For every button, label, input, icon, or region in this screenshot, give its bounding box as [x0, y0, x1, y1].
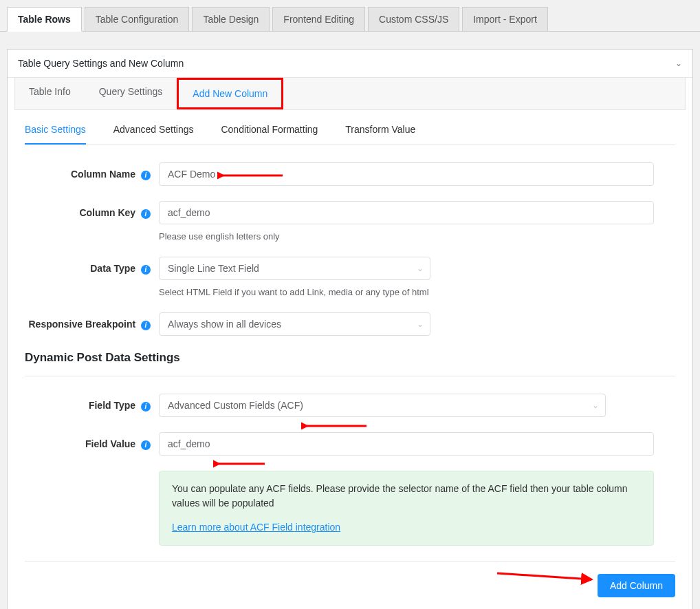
- label-responsive: Responsive Breakpoint i: [25, 312, 159, 330]
- row-field-value: Field Value i: [25, 432, 675, 456]
- chevron-down-icon: ⌄: [417, 264, 424, 273]
- control-wrap: Always show in all devices ⌄: [159, 312, 675, 336]
- tab-content: Basic Settings Advanced Settings Conditi…: [8, 110, 692, 609]
- tab-frontend-editing[interactable]: Frontend Editing: [272, 7, 365, 31]
- control-wrap: [159, 162, 675, 186]
- tab-custom-css-js[interactable]: Custom CSS/JS: [368, 7, 459, 31]
- column-key-input[interactable]: [159, 201, 654, 224]
- label-text: Field Value: [85, 438, 135, 449]
- label-text: Column Name: [71, 169, 135, 180]
- subtab-basic-settings[interactable]: Basic Settings: [25, 124, 86, 145]
- tab-table-configuration[interactable]: Table Configuration: [85, 7, 190, 31]
- label-text: Data Type: [90, 263, 135, 274]
- subtabs: Basic Settings Advanced Settings Conditi…: [25, 124, 675, 145]
- info-text: You can populate any ACF fields. Please …: [172, 483, 628, 509]
- label-text: Field Type: [89, 400, 135, 411]
- panel-header[interactable]: Table Query Settings and New Column ⌄: [8, 50, 692, 78]
- row-column-name: Column Name i: [25, 162, 675, 186]
- row-responsive-breakpoint: Responsive Breakpoint i Always show in a…: [25, 312, 675, 336]
- info-icon[interactable]: i: [141, 171, 151, 180]
- label-column-name: Column Name i: [25, 162, 159, 180]
- help-text: Select HTML Field if you want to add Lin…: [159, 287, 675, 297]
- select-display: Advanced Custom Fields (ACF): [159, 394, 606, 417]
- tab-table-design[interactable]: Table Design: [192, 7, 270, 31]
- help-text: Please use english letters only: [159, 231, 675, 242]
- chevron-down-icon: ⌄: [417, 319, 424, 329]
- inner-tabs: Table Info Query Settings Add New Column: [14, 78, 686, 110]
- dynamic-section-title: Dynamic Post Data Settings: [25, 351, 675, 370]
- tab-table-rows[interactable]: Table Rows: [7, 7, 82, 32]
- label-data-type: Data Type i: [25, 257, 159, 275]
- label-field-type: Field Type i: [25, 394, 159, 412]
- label-text: Responsive Breakpoint: [29, 319, 136, 330]
- app-root: Table Rows Table Configuration Table Des…: [0, 0, 700, 609]
- label-field-value: Field Value i: [25, 432, 159, 450]
- row-field-type: Field Type i Advanced Custom Fields (ACF…: [25, 394, 675, 417]
- info-icon[interactable]: i: [141, 265, 151, 275]
- acf-info-box: You can populate any ACF fields. Please …: [159, 471, 654, 546]
- column-name-input[interactable]: [159, 162, 654, 186]
- top-tabs: Table Rows Table Configuration Table Des…: [0, 0, 700, 32]
- control-wrap: [159, 432, 675, 456]
- control-wrap: You can populate any ACF fields. Please …: [159, 471, 675, 546]
- info-icon[interactable]: i: [141, 321, 151, 330]
- control-wrap: Advanced Custom Fields (ACF) ⌄: [159, 394, 675, 417]
- learn-more-link[interactable]: Learn more about ACF Field integration: [172, 520, 340, 535]
- tab-table-info[interactable]: Table Info: [15, 78, 85, 109]
- row-info-box: You can populate any ACF fields. Please …: [25, 471, 675, 546]
- label-text: Column Key: [79, 207, 135, 218]
- settings-panel: Table Query Settings and New Column ⌄ Ta…: [7, 49, 693, 609]
- info-icon[interactable]: i: [141, 209, 151, 219]
- control-wrap: Single Line Text Field ⌄ Select HTML Fie…: [159, 257, 675, 297]
- subtab-advanced-settings[interactable]: Advanced Settings: [113, 124, 194, 145]
- row-data-type: Data Type i Single Line Text Field ⌄ Sel…: [25, 257, 675, 297]
- panel-title: Table Query Settings and New Column: [18, 58, 184, 69]
- responsive-select[interactable]: Always show in all devices ⌄: [159, 312, 430, 336]
- field-type-select[interactable]: Advanced Custom Fields (ACF) ⌄: [159, 394, 606, 417]
- row-column-key: Column Key i Please use english letters …: [25, 201, 675, 242]
- footer-row: Add Column: [25, 561, 675, 597]
- tab-query-settings[interactable]: Query Settings: [85, 78, 177, 109]
- select-display: Always show in all devices: [159, 312, 430, 336]
- field-value-input[interactable]: [159, 432, 654, 456]
- info-icon[interactable]: i: [141, 402, 151, 412]
- tab-import-export[interactable]: Import - Export: [462, 7, 548, 31]
- subtab-transform-value[interactable]: Transform Value: [345, 124, 415, 145]
- subtab-conditional-formatting[interactable]: Conditional Formatting: [221, 124, 318, 145]
- add-column-button[interactable]: Add Column: [598, 574, 675, 597]
- control-wrap: Please use english letters only: [159, 201, 675, 242]
- tab-add-new-column[interactable]: Add New Column: [177, 78, 283, 109]
- data-type-select[interactable]: Single Line Text Field ⌄: [159, 257, 430, 280]
- label-column-key: Column Key i: [25, 201, 159, 219]
- chevron-down-icon: ⌄: [675, 58, 682, 68]
- chevron-down-icon: ⌄: [592, 400, 599, 410]
- select-display: Single Line Text Field: [159, 257, 430, 280]
- empty-label: [25, 471, 159, 477]
- info-icon[interactable]: i: [141, 440, 151, 450]
- section-divider: [25, 376, 675, 376]
